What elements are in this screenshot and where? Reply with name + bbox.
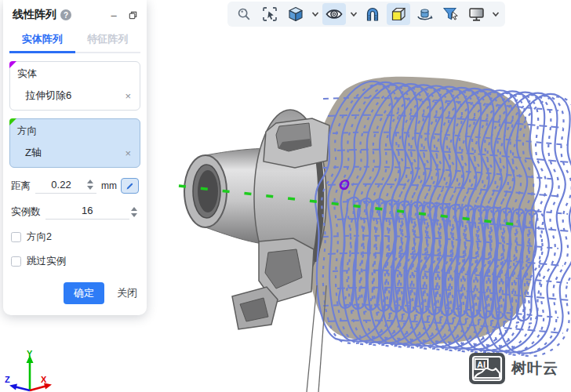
tab-solid-pattern[interactable]: 实体阵列: [9, 27, 75, 53]
close-button[interactable]: 关闭: [117, 286, 137, 300]
section-view-icon[interactable]: [361, 3, 384, 25]
entity-label: 实体: [17, 67, 133, 81]
visibility-eye-icon[interactable]: [322, 3, 346, 25]
svg-text:AI: AI: [477, 360, 486, 369]
zoom-area-select-icon[interactable]: [258, 3, 282, 25]
direction2-checkbox[interactable]: [11, 232, 21, 242]
panel-footer: 确定 关闭: [9, 282, 140, 304]
skip-instances-checkbox[interactable]: [11, 256, 21, 267]
instance-count-input[interactable]: 16: [45, 204, 130, 220]
view-toolbar: [227, 2, 505, 27]
ok-button[interactable]: 确定: [64, 282, 104, 304]
watermark-logo: AI 树叶云: [469, 353, 558, 384]
direction2-checkbox-row: 方向2: [9, 230, 140, 244]
entity-value[interactable]: 拉伸切除6: [25, 89, 123, 103]
instance-count-label: 实例数: [11, 205, 41, 219]
skip-instances-checkbox-row: 跳过实例: [9, 255, 140, 268]
application-window: 线性阵列 ? – 实体阵列 特征阵列 实体 拉伸切除6 × 方向 Z轴: [0, 0, 571, 392]
chevron-down-icon[interactable]: [348, 3, 358, 25]
entity-corner-marker-icon: [9, 61, 16, 68]
panel-header: 线性阵列 ? –: [9, 6, 140, 22]
distance-unit: mm: [101, 180, 117, 191]
edit-distance-button[interactable]: [121, 178, 139, 194]
direction-selection-group[interactable]: 方向 Z轴 ×: [9, 118, 140, 168]
watermark-ai-icon: AI: [469, 353, 505, 384]
linear-pattern-panel: 线性阵列 ? – 实体阵列 特征阵列 实体 拉伸切除6 × 方向 Z轴: [3, 0, 147, 315]
pencil-icon: [125, 181, 135, 191]
instance-count-stepper[interactable]: [129, 207, 139, 217]
direction-value[interactable]: Z轴: [25, 146, 123, 160]
tab-feature-pattern[interactable]: 特征阵列: [75, 27, 141, 53]
entity-selection-group[interactable]: 实体 拉伸切除6 ×: [9, 61, 140, 111]
chevron-down-icon[interactable]: [490, 3, 500, 25]
clear-direction-icon[interactable]: ×: [123, 147, 133, 159]
shaded-appearance-icon[interactable]: [387, 3, 410, 25]
axis-x-label: X: [41, 375, 47, 384]
view-orientation-cube-icon[interactable]: [284, 3, 307, 25]
pattern-tabs: 实体阵列 特征阵列: [9, 27, 140, 53]
shaft-model[interactable]: [184, 110, 329, 329]
display-settings-icon[interactable]: [464, 3, 488, 25]
axis-triad: Y X Z: [2, 348, 64, 392]
skip-instances-label: 跳过实例: [27, 255, 66, 268]
direction-label: 方向: [17, 125, 133, 138]
zoom-search-icon[interactable]: [232, 3, 256, 25]
panel-title: 线性阵列: [13, 8, 56, 22]
axis-y-label: Y: [27, 349, 33, 358]
direction-corner-marker-icon: [9, 118, 16, 125]
distance-stepper[interactable]: [85, 180, 95, 190]
help-icon[interactable]: ?: [60, 9, 71, 20]
direction2-label: 方向2: [27, 230, 52, 244]
instance-count-row: 实例数 16: [9, 204, 140, 220]
selection-filter-icon[interactable]: [438, 3, 462, 25]
watermark-brand: 树叶云: [511, 358, 558, 379]
axis-z-label: Z: [5, 375, 10, 384]
float-window-button[interactable]: [126, 9, 139, 21]
clear-entity-icon[interactable]: ×: [123, 90, 133, 102]
rotate-entity-icon[interactable]: [413, 3, 436, 25]
chevron-down-icon[interactable]: [310, 3, 320, 25]
distance-label: 距离: [11, 180, 31, 193]
minimize-button[interactable]: –: [107, 9, 120, 21]
distance-row: 距离 0.22 mm: [9, 178, 140, 194]
distance-input[interactable]: 0.22: [35, 178, 96, 194]
